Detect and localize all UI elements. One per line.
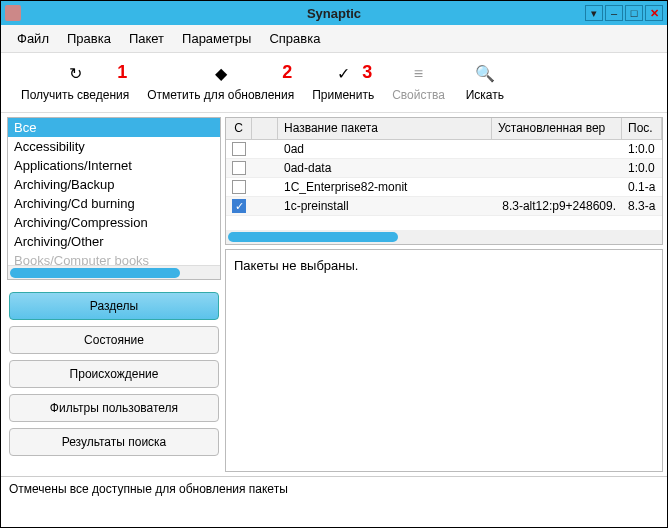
properties-label: Свойства (392, 88, 445, 102)
menu-package[interactable]: Пакет (121, 27, 172, 50)
refresh-button[interactable]: ↻1 Получить сведения (13, 60, 137, 106)
menu-settings[interactable]: Параметры (174, 27, 259, 50)
properties-button: ≡ Свойства (384, 60, 453, 106)
spacer-cell (252, 148, 278, 150)
menu-help[interactable]: Справка (261, 27, 328, 50)
maximize-button[interactable]: □ (625, 5, 643, 21)
installed-cell: 8.3-alt12:p9+248609. (492, 198, 622, 214)
left-panel: Все Accessibility Applications/Internet … (1, 113, 225, 476)
name-cell: 0ad-data (278, 160, 492, 176)
installed-cell (492, 148, 622, 150)
category-item[interactable]: Archiving/Compression (8, 213, 220, 232)
main-area: Все Accessibility Applications/Internet … (1, 113, 667, 476)
search-results-button[interactable]: Результаты поиска (9, 428, 219, 456)
package-scrollbar[interactable] (226, 230, 662, 244)
name-cell: 1C_Enterprise82-monit (278, 179, 492, 195)
apply-label: Применить (312, 88, 374, 102)
status-checkbox[interactable] (232, 161, 246, 175)
available-cell: 1:0.0 (622, 141, 662, 157)
header-name[interactable]: Название пакета (278, 118, 492, 139)
available-cell: 1:0.0 (622, 160, 662, 176)
status-cell[interactable] (226, 160, 252, 176)
annotation-2: 2 (282, 62, 292, 83)
header-available[interactable]: Пос. (622, 118, 662, 139)
package-table: С Название пакета Установленная вер Пос.… (225, 117, 663, 245)
header-installed[interactable]: Установленная вер (492, 118, 622, 139)
name-cell: 0ad (278, 141, 492, 157)
status-cell[interactable] (226, 179, 252, 195)
name-cell: 1c-preinstall (278, 198, 492, 214)
check-icon: ✓ (337, 64, 350, 83)
status-checkbox[interactable] (232, 180, 246, 194)
right-panel: С Название пакета Установленная вер Пос.… (225, 113, 667, 476)
search-label: Искать (466, 88, 504, 102)
selector-buttons: Разделы Состояние Происхождение Фильтры … (7, 292, 221, 456)
status-button[interactable]: Состояние (9, 326, 219, 354)
spacer-cell (252, 205, 278, 207)
details-panel: Пакеты не выбраны. (225, 249, 663, 472)
scrollbar-thumb[interactable] (10, 268, 180, 278)
header-check[interactable] (252, 118, 278, 139)
search-icon: 🔍 (475, 64, 495, 83)
category-item[interactable]: Archiving/Cd burning (8, 194, 220, 213)
annotation-1: 1 (117, 62, 127, 83)
statusbar: Отмечены все доступные для обновления па… (1, 476, 667, 500)
shield-icon: ◆ (215, 64, 227, 83)
category-item[interactable]: Все (8, 118, 220, 137)
custom-filters-button[interactable]: Фильтры пользователя (9, 394, 219, 422)
table-row[interactable]: ✓1c-preinstall8.3-alt12:p9+248609.8.3-a (226, 197, 662, 216)
menubar: Файл Правка Пакет Параметры Справка (1, 25, 667, 53)
menu-edit[interactable]: Правка (59, 27, 119, 50)
category-item[interactable]: Accessibility (8, 137, 220, 156)
annotation-3: 3 (362, 62, 372, 83)
category-item[interactable]: Applications/Internet (8, 156, 220, 175)
list-icon: ≡ (414, 65, 423, 83)
table-row[interactable]: 1C_Enterprise82-monit0.1-a (226, 178, 662, 197)
toolbar: ↻1 Получить сведения ◆2 Отметить для обн… (1, 53, 667, 113)
table-row[interactable]: 0ad1:0.0 (226, 140, 662, 159)
apply-button[interactable]: ✓3 Применить (304, 60, 382, 106)
search-button[interactable]: 🔍 Искать (455, 60, 515, 106)
origin-button[interactable]: Происхождение (9, 360, 219, 388)
available-cell: 8.3-a (622, 198, 662, 214)
status-cell[interactable] (226, 141, 252, 157)
app-icon (5, 5, 21, 21)
menu-file[interactable]: Файл (9, 27, 57, 50)
category-item[interactable]: Archiving/Other (8, 232, 220, 251)
table-row[interactable]: 0ad-data1:0.0 (226, 159, 662, 178)
scrollbar-thumb[interactable] (228, 232, 398, 242)
refresh-icon: ↻ (69, 64, 82, 83)
spacer-cell (252, 167, 278, 169)
status-cell[interactable]: ✓ (226, 198, 252, 214)
table-body: 0ad1:0.00ad-data1:0.01C_Enterprise82-mon… (226, 140, 662, 216)
available-cell: 0.1-a (622, 179, 662, 195)
shade-button[interactable]: ▾ (585, 5, 603, 21)
category-list[interactable]: Все Accessibility Applications/Internet … (7, 117, 221, 280)
mark-upgrades-label: Отметить для обновления (147, 88, 294, 102)
header-status[interactable]: С (226, 118, 252, 139)
status-checkbox[interactable] (232, 142, 246, 156)
installed-cell (492, 167, 622, 169)
mark-upgrades-button[interactable]: ◆2 Отметить для обновления (139, 60, 302, 106)
status-text: Отмечены все доступные для обновления па… (9, 482, 288, 496)
window-controls: ▾ – □ ✕ (585, 5, 663, 21)
status-checkbox[interactable]: ✓ (232, 199, 246, 213)
category-scrollbar[interactable] (8, 265, 220, 279)
window-title: Synaptic (307, 6, 361, 21)
sections-button[interactable]: Разделы (9, 292, 219, 320)
table-header: С Название пакета Установленная вер Пос. (226, 118, 662, 140)
details-message: Пакеты не выбраны. (234, 258, 654, 273)
titlebar: Synaptic ▾ – □ ✕ (1, 1, 667, 25)
installed-cell (492, 186, 622, 188)
refresh-label: Получить сведения (21, 88, 129, 102)
close-button[interactable]: ✕ (645, 5, 663, 21)
spacer-cell (252, 186, 278, 188)
minimize-button[interactable]: – (605, 5, 623, 21)
category-item[interactable]: Archiving/Backup (8, 175, 220, 194)
